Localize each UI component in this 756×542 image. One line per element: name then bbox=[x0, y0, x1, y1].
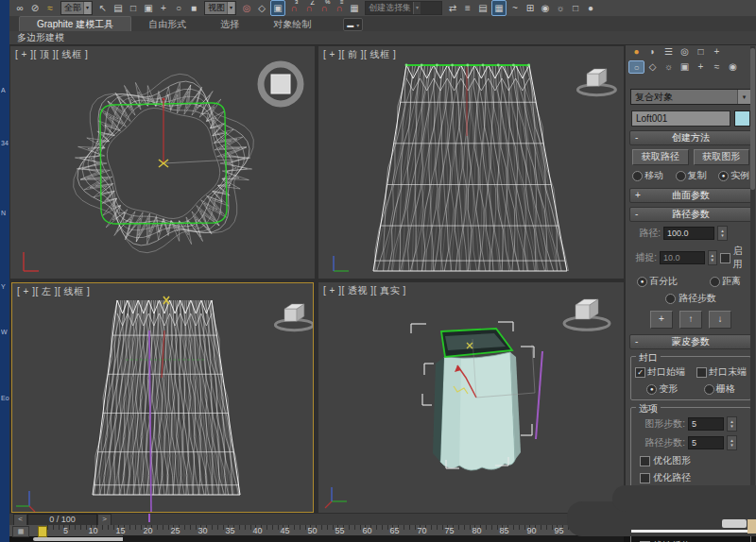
rollout-skin-params[interactable]: -蒙皮参数 bbox=[629, 334, 752, 349]
align-icon[interactable]: ≡ bbox=[461, 1, 474, 15]
cp-cat-lights[interactable]: ☼ bbox=[661, 60, 677, 74]
tab-graphite-modeling[interactable]: Graphite 建模工具 bbox=[19, 16, 131, 31]
cp-tab-utilities[interactable]: + bbox=[709, 45, 725, 59]
panel-scrollbar[interactable] bbox=[750, 46, 755, 511]
layer-manager-icon[interactable]: ▤ bbox=[476, 1, 490, 15]
grid-radio[interactable] bbox=[704, 384, 714, 395]
next-frame-button[interactable]: > bbox=[97, 514, 112, 526]
cp-cat-cameras[interactable]: ▣ bbox=[677, 60, 693, 74]
tab-object-paint[interactable]: 对象绘制 bbox=[256, 17, 328, 31]
mirror-icon[interactable]: ⇄ bbox=[446, 1, 459, 15]
cp-cat-spacewarps[interactable]: ≈ bbox=[709, 60, 725, 74]
cp-cat-shapes[interactable]: ◇ bbox=[644, 60, 661, 74]
cp-cat-systems[interactable]: ◉ bbox=[725, 60, 741, 74]
keyboard-override-icon[interactable]: ▣ bbox=[270, 0, 285, 16]
selection-filter-dropdown[interactable]: 全部▾ bbox=[60, 1, 93, 15]
rect-selection-region-icon[interactable]: □ bbox=[127, 1, 140, 15]
previous-frame-button[interactable]: < bbox=[13, 514, 27, 526]
polygon-modeling-panel-label[interactable]: 多边形建模 bbox=[17, 32, 64, 42]
path-steps-spinner[interactable]: ▴▾ bbox=[727, 435, 737, 450]
optimize-shapes-checkbox[interactable] bbox=[640, 456, 650, 466]
tab-freeform[interactable]: 自由形式 bbox=[131, 17, 203, 31]
path-value-field[interactable]: 100.0 bbox=[663, 227, 714, 240]
use-pivot-center-icon[interactable]: ◎ bbox=[240, 1, 253, 15]
rendered-frame-icon[interactable]: □ bbox=[569, 1, 582, 15]
object-category-dropdown[interactable]: 复合对象 ▾ bbox=[630, 89, 751, 105]
instance-radio[interactable]: ● bbox=[718, 171, 729, 181]
select-and-move-icon[interactable]: + bbox=[157, 1, 170, 15]
optimize-path-checkbox[interactable] bbox=[640, 473, 650, 483]
window-crossing-icon[interactable]: ▣ bbox=[142, 1, 155, 15]
edit-named-sets-icon[interactable]: ▦ bbox=[348, 1, 361, 15]
percent-snap-icon[interactable]: ∩% bbox=[318, 1, 331, 15]
ribbon-display-toggle[interactable]: ▬▾ bbox=[343, 18, 363, 31]
copy-radio[interactable] bbox=[676, 171, 686, 181]
cap-start-checkbox[interactable]: ✓ bbox=[635, 367, 645, 378]
select-object-icon[interactable]: ↖ bbox=[96, 1, 110, 15]
panel-scrollbar-thumb[interactable] bbox=[750, 48, 755, 190]
cp-tab-display[interactable]: □ bbox=[693, 45, 709, 59]
distance-radio[interactable] bbox=[710, 277, 720, 287]
rollout-path-params[interactable]: -路径参数 bbox=[629, 207, 752, 222]
snap-value-spinner[interactable]: ▴▾ bbox=[708, 250, 717, 265]
cp-tab-motion[interactable]: ◎ bbox=[677, 45, 693, 59]
viewport-top-label[interactable]: [ + ][ 顶 ][ 线框 ] bbox=[15, 48, 88, 61]
cp-tab-hierarchy[interactable]: ☰ bbox=[661, 45, 677, 59]
path-steps-radio[interactable] bbox=[665, 294, 676, 304]
enable-snap-checkbox[interactable] bbox=[720, 253, 730, 263]
select-and-link-icon[interactable]: ∞ bbox=[13, 1, 26, 15]
mini-curve-editor-button[interactable]: ▦ bbox=[12, 526, 29, 537]
creation-method-buttons: 获取路径 获取图形 bbox=[626, 147, 756, 167]
shape-steps-spinner[interactable]: ▴▾ bbox=[727, 416, 737, 432]
path-value-spinner[interactable]: ▴▾ bbox=[717, 226, 728, 241]
material-editor-icon[interactable]: ◉ bbox=[539, 1, 552, 15]
render-production-icon[interactable]: ● bbox=[584, 1, 597, 15]
percentage-radio[interactable]: ● bbox=[637, 277, 647, 287]
rollout-creation-method[interactable]: -创建方法 bbox=[629, 130, 752, 145]
viewport-front[interactable]: [ + ][ 前 ][ 线框 ] bbox=[318, 46, 624, 279]
viewport-left-active[interactable]: [ + ][ 左 ][ 线框 ] bbox=[11, 282, 314, 513]
viewport-persp-label[interactable]: [ + ][ 透视 ][ 真实 ] bbox=[323, 284, 406, 297]
bind-to-space-warp-icon[interactable]: ≈ bbox=[43, 1, 57, 15]
snap-toggle-3d-icon[interactable]: ∩3 bbox=[287, 1, 301, 15]
object-color-swatch[interactable] bbox=[734, 110, 750, 127]
select-and-manipulate-icon[interactable]: ◇ bbox=[255, 1, 268, 15]
cp-tab-create[interactable]: ● bbox=[628, 45, 644, 59]
get-shape-button[interactable]: 获取图形 bbox=[694, 149, 750, 165]
select-by-name-icon[interactable]: ▤ bbox=[112, 1, 125, 15]
viewport-top[interactable]: [ + ][ 顶 ][ 线框 ] bbox=[10, 46, 315, 279]
pick-shape-button[interactable]: + bbox=[650, 311, 673, 329]
track-bar-slider[interactable] bbox=[38, 526, 47, 537]
schematic-view-icon[interactable]: ⊞ bbox=[524, 1, 537, 15]
frame-counter[interactable]: 0 / 100 bbox=[27, 514, 97, 526]
cp-cat-geometry[interactable]: ○ bbox=[628, 60, 644, 74]
next-shape-button[interactable]: ↓ bbox=[709, 311, 731, 329]
get-path-button[interactable]: 获取路径 bbox=[632, 149, 689, 165]
viewport-left-label[interactable]: [ + ][ 左 ][ 线框 ] bbox=[17, 285, 90, 298]
viewport-perspective[interactable]: [ + ][ 透视 ][ 真实 ] bbox=[318, 282, 624, 513]
select-and-rotate-icon[interactable]: ○ bbox=[172, 1, 185, 15]
select-and-scale-icon[interactable]: ■ bbox=[187, 1, 200, 15]
shape-steps-field[interactable]: 5 bbox=[688, 417, 724, 431]
angle-snap-icon[interactable]: ∩∠ bbox=[302, 1, 316, 15]
render-setup-icon[interactable]: ☼ bbox=[554, 1, 567, 15]
unlink-selection-icon[interactable]: ⊘ bbox=[28, 1, 42, 15]
move-radio[interactable] bbox=[632, 171, 643, 181]
graphite-ribbon-toggle-icon[interactable]: ▦ bbox=[491, 0, 507, 16]
previous-shape-button[interactable]: ↑ bbox=[679, 311, 702, 329]
curve-editor-icon[interactable]: ~ bbox=[508, 1, 522, 15]
cap-end-checkbox[interactable] bbox=[696, 367, 707, 378]
cp-cat-helpers[interactable]: + bbox=[693, 60, 709, 74]
snap-value-field[interactable]: 10.0 bbox=[660, 251, 705, 264]
viewport-front-label[interactable]: [ + ][ 前 ][ 线框 ] bbox=[323, 48, 396, 61]
morph-radio[interactable]: ● bbox=[646, 384, 657, 395]
rollout-surface-params[interactable]: +曲面参数 bbox=[629, 188, 752, 203]
named-sets-dropdown[interactable]: 创建选择集▾ bbox=[365, 1, 442, 15]
spinner-snap-icon[interactable]: ∩≡ bbox=[333, 1, 346, 15]
object-name-field[interactable]: Loft001 bbox=[631, 110, 730, 127]
artifact-blob bbox=[612, 485, 756, 512]
reference-coord-dropdown[interactable]: 视图▾ bbox=[204, 1, 236, 15]
path-steps-field[interactable]: 5 bbox=[688, 436, 724, 449]
tab-selection[interactable]: 选择 bbox=[203, 17, 256, 31]
cp-tab-modify[interactable]: ◗ bbox=[644, 45, 661, 59]
